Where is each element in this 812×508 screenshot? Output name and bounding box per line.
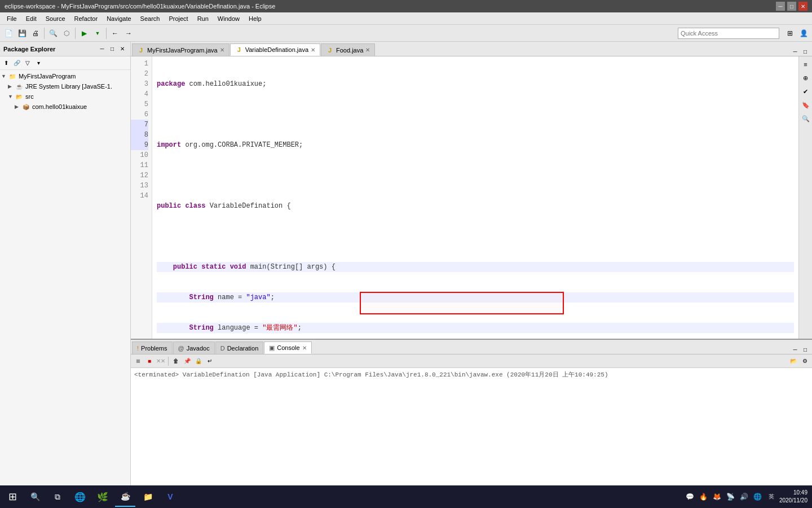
bottom-minimize[interactable]: ─ xyxy=(791,345,800,354)
toolbar-debug[interactable]: ⬡ xyxy=(60,27,73,40)
tab-icon-1: J xyxy=(137,46,145,54)
taskbar-app2[interactable]: V xyxy=(160,487,180,507)
console-settings[interactable]: ⚙ xyxy=(800,356,810,366)
pkg-link[interactable]: 🔗 xyxy=(12,58,22,68)
console-word-wrap[interactable]: ↵ xyxy=(205,356,215,366)
tab-declaration[interactable]: D Declaration xyxy=(215,341,264,354)
tab-console-icon: ▣ xyxy=(269,344,275,352)
bottom-toolbar: ⏹ ■ ✕✕ 🗑 📌 🔒 ↵ 📂 ⚙ xyxy=(131,354,812,368)
tab-vardefination[interactable]: J VariableDefination.java ✕ xyxy=(230,43,320,56)
toolbar-new[interactable]: 📄 xyxy=(2,27,15,40)
tray-network[interactable]: 🌐 xyxy=(752,491,764,502)
toolbar-search[interactable]: 🔍 xyxy=(47,27,59,40)
menu-file[interactable]: File xyxy=(2,12,21,24)
quick-access-box[interactable] xyxy=(678,28,779,39)
start-button[interactable]: ⊞ xyxy=(2,487,23,507)
bottom-tab-controls: ─ □ xyxy=(791,345,812,354)
tab-javadoc[interactable]: @ Javadoc xyxy=(173,341,215,354)
menu-source[interactable]: Source xyxy=(41,12,70,24)
sidebar-outline[interactable]: ⊕ xyxy=(800,72,811,84)
toolbar: 📄 💾 🖨 🔍 ⬡ ▶ ▼ ← → ⊞ 👤 xyxy=(0,25,812,42)
editor-maximize[interactable]: □ xyxy=(801,47,810,56)
panel-controls: ─ □ ✕ xyxy=(98,45,127,54)
tree-src[interactable]: ▼ 📂 src xyxy=(1,91,129,102)
menu-project[interactable]: Project xyxy=(164,12,192,24)
menu-refactor[interactable]: Refactor xyxy=(70,12,103,24)
tray-icon3[interactable]: 🦊 xyxy=(712,491,723,502)
editor-minimize[interactable]: ─ xyxy=(791,47,800,56)
search-button[interactable]: 🔍 xyxy=(25,487,45,507)
sidebar-search[interactable]: 🔍 xyxy=(800,113,811,124)
task-view-button[interactable]: ⧉ xyxy=(47,487,68,507)
panel-close[interactable]: ✕ xyxy=(118,45,127,54)
console-scroll-lock[interactable]: 🔒 xyxy=(193,356,204,366)
package-explorer-header: Package Explorer ─ □ ✕ xyxy=(0,42,130,56)
panel-maximize[interactable]: □ xyxy=(108,45,117,54)
line-num-7: 7 xyxy=(131,120,148,130)
arrow-jre: ▶ xyxy=(8,84,15,89)
taskbar-browser[interactable]: 🌐 xyxy=(70,487,90,507)
menu-run[interactable]: Run xyxy=(193,12,213,24)
tree-project[interactable]: ▼ 📁 MyFirstJavaProgram xyxy=(1,71,129,81)
console-terminate[interactable]: ■ xyxy=(144,356,155,366)
toolbar-save[interactable]: 💾 xyxy=(16,27,28,40)
quick-access-input[interactable] xyxy=(681,30,776,37)
tree-package[interactable]: ▶ 📦 com.hello01kuaixue xyxy=(1,102,129,112)
console-stop[interactable]: ⏹ xyxy=(133,356,143,366)
tab-myfirstjava[interactable]: J MyFirstJavaProgram.java ✕ xyxy=(132,43,230,56)
toolbar-run-arrow[interactable]: ▼ xyxy=(91,27,104,40)
taskbar-app1[interactable]: 🌿 xyxy=(92,487,113,507)
maximize-button[interactable]: □ xyxy=(787,2,796,11)
tree-jre[interactable]: ▶ ☕ JRE System Library [JavaSE-1. xyxy=(1,81,129,91)
tab-console[interactable]: ▣ Console ✕ xyxy=(264,341,311,354)
tab-close-1[interactable]: ✕ xyxy=(220,47,224,53)
tab-javadoc-icon: @ xyxy=(178,345,184,352)
toolbar-run[interactable]: ▶ xyxy=(78,27,90,40)
taskbar-filemanager[interactable]: 📁 xyxy=(138,487,158,507)
tab-problems[interactable]: ! Problems xyxy=(132,341,173,354)
sidebar-overview[interactable]: ≡ xyxy=(800,59,811,70)
pkg-collapse[interactable]: ⬆ xyxy=(1,58,11,68)
toolbar-forward[interactable]: → xyxy=(122,27,135,40)
console-pin[interactable]: 📌 xyxy=(182,356,192,366)
toolbar-perspective[interactable]: ⊞ xyxy=(784,27,796,40)
tab-food[interactable]: J Food.java ✕ xyxy=(321,43,375,56)
console-open-file[interactable]: 📂 xyxy=(788,356,798,366)
tab-console-close[interactable]: ✕ xyxy=(302,345,307,351)
menu-window[interactable]: Window xyxy=(213,12,244,24)
console-remove[interactable]: ✕✕ xyxy=(156,356,166,366)
sidebar-bookmarks[interactable]: 🔖 xyxy=(800,99,811,111)
tray-wechat[interactable]: 💬 xyxy=(685,491,696,502)
tray-volume[interactable]: 🔊 xyxy=(739,491,750,502)
menu-edit[interactable]: Edit xyxy=(21,12,41,24)
tab-close-3[interactable]: ✕ xyxy=(365,47,370,53)
tray-icon2[interactable]: 🔥 xyxy=(698,491,709,502)
tray-icon4[interactable]: 📡 xyxy=(725,491,736,502)
console-clear[interactable]: 🗑 xyxy=(171,356,181,366)
line-num-10: 10 xyxy=(131,150,148,160)
toolbar-back[interactable]: ← xyxy=(109,27,121,40)
panel-minimize[interactable]: ─ xyxy=(98,45,107,54)
close-button[interactable]: ✕ xyxy=(798,2,807,11)
line-num-8: 8 xyxy=(131,130,148,140)
package-label: com.hello01kuaixue xyxy=(32,103,87,110)
src-icon: 📂 xyxy=(15,92,24,101)
minimize-button[interactable]: ─ xyxy=(776,2,785,11)
toolbar-print[interactable]: 🖨 xyxy=(29,27,42,40)
menu-help[interactable]: Help xyxy=(244,12,266,24)
tab-close-2[interactable]: ✕ xyxy=(311,47,315,53)
code-area[interactable]: package com.hello01kuaixue; import org.o… xyxy=(152,56,798,339)
pkg-menu[interactable]: ▾ xyxy=(33,58,43,68)
pkg-filter[interactable]: ▽ xyxy=(23,58,33,68)
console-content: <terminated> VariableDefination [Java Ap… xyxy=(131,368,812,497)
bottom-maximize[interactable]: □ xyxy=(801,345,810,354)
sidebar-tasks[interactable]: ✔ xyxy=(800,86,811,97)
menu-search[interactable]: Search xyxy=(136,12,165,24)
taskbar-eclipse[interactable]: ☕ xyxy=(115,487,135,507)
toolbar-icon2[interactable]: 👤 xyxy=(797,27,810,40)
package-explorer-title: Package Explorer xyxy=(3,46,55,52)
menu-navigate[interactable]: Navigate xyxy=(102,12,135,24)
tray-lang[interactable]: 英 xyxy=(766,491,777,502)
src-label: src xyxy=(25,93,34,100)
code-line-8: String name = "java"; xyxy=(157,292,794,303)
